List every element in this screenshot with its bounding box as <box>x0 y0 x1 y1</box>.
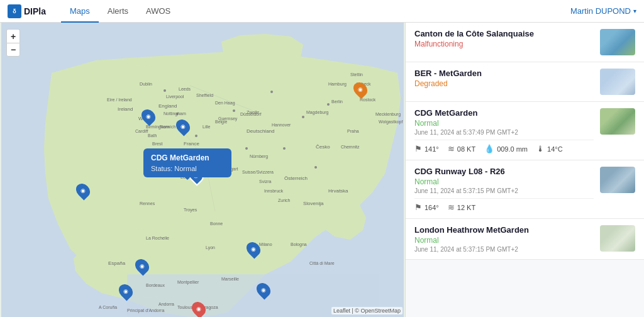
nav-alerts[interactable]: Alerts <box>99 0 137 23</box>
user-name[interactable]: Martin DUPOND <box>570 6 631 16</box>
wind-speed-icon-cdg-runway: ≋ <box>448 203 455 212</box>
metric-temp-cdg: 🌡 14°C <box>536 144 563 153</box>
svg-text:Hrvatska: Hrvatska <box>328 188 348 194</box>
svg-text:Magdeburg: Magdeburg <box>306 110 329 115</box>
svg-text:Berlin: Berlin <box>331 99 343 104</box>
logo-text: DIPla <box>24 6 46 16</box>
main-nav: Maps Alerts AWOS <box>61 0 179 23</box>
wind-flag-icon-cdg: ⚑ <box>414 144 422 153</box>
wind-speed-icon-cdg: ≋ <box>448 144 455 153</box>
svg-text:Wolgastkopf: Wolgastkopf <box>379 120 402 125</box>
svg-text:Guernsey: Guernsey <box>218 116 238 121</box>
station-status-ber: Degraded <box>414 79 594 88</box>
map-pin-france-central[interactable]: ◉ <box>247 242 260 257</box>
station-name-ber: BER - MetGarden <box>414 69 594 78</box>
station-date-heathrow: June 11, 2024 at 5:37:15 PM GMT+2 <box>414 246 594 253</box>
station-name-cdg-runway: CDG Runway L08 - R26 <box>414 167 594 176</box>
map-pin-uk-midlands[interactable]: ◉ <box>142 109 155 124</box>
svg-text:France: France <box>184 141 199 147</box>
station-thumb-cdg-runway <box>600 167 635 193</box>
map-pin-bordeaux[interactable]: ◉ <box>119 284 132 299</box>
metric-direction-cdg-runway: ⚑ 164° <box>414 203 439 212</box>
map-pin-heathrow[interactable]: ◉ <box>177 119 189 134</box>
svg-text:Bath: Bath <box>148 133 157 138</box>
header-right: Martin DUPOND ▾ <box>570 6 636 16</box>
station-card-ber[interactable]: BER - MetGarden Degraded <box>406 62 644 102</box>
station-info-cdg-runway: CDG Runway L08 - R26 Normal June 11, 202… <box>414 167 594 212</box>
map-pin-uk-west[interactable]: ◉ <box>77 183 89 198</box>
map-controls: + − <box>6 29 20 57</box>
svg-text:Bologna: Bologna <box>291 242 307 247</box>
svg-text:Chemnitz: Chemnitz <box>341 145 360 149</box>
station-card-canton[interactable]: Canton de la Côte Salanquaise Malfunctio… <box>406 23 644 62</box>
svg-text:Innsbruck: Innsbruck <box>264 189 284 193</box>
logo-icon: δ <box>8 4 21 18</box>
zoom-in-button[interactable]: + <box>6 29 20 43</box>
svg-text:Deutschland: Deutschland <box>247 128 274 134</box>
map-pin-spain-border[interactable]: ◉ <box>257 282 270 298</box>
station-thumb-canton <box>600 29 635 55</box>
svg-text:Ireland: Ireland <box>118 106 133 112</box>
nav-maps[interactable]: Maps <box>61 0 99 23</box>
svg-text:Bordeaux: Bordeaux <box>146 283 165 287</box>
svg-text:Lyon: Lyon <box>206 245 215 250</box>
station-status-canton: Malfunctioning <box>414 40 594 48</box>
map-pin-france-sw[interactable]: ◉ <box>136 259 148 274</box>
svg-text:Montpellier: Montpellier <box>177 280 199 285</box>
svg-point-7 <box>195 135 197 137</box>
svg-text:Dublin: Dublin <box>140 82 152 86</box>
map-attribution: Leaflet | © OpenStreetMap <box>331 307 402 314</box>
station-info-ber: BER - MetGarden Degraded <box>414 69 594 88</box>
map-pin-ber[interactable]: ◉ <box>354 82 367 97</box>
metric-rain-cdg: 💧 009.0 mm <box>484 144 528 153</box>
nav-awos[interactable]: AWOS <box>137 0 179 23</box>
svg-text:Mecklenburg: Mecklenburg <box>375 112 401 117</box>
svg-text:Stettin: Stettin <box>350 72 363 77</box>
station-name-cdg: CDG MetGarden <box>414 108 594 118</box>
svg-point-6 <box>164 89 166 92</box>
svg-text:England: England <box>158 103 177 109</box>
svg-text:Eire / Ireland: Eire / Ireland <box>107 97 132 102</box>
svg-point-13 <box>214 166 216 169</box>
svg-text:Milano: Milano <box>259 242 272 247</box>
map-area[interactable]: Ireland Wales England Belgie France Deut… <box>0 23 405 317</box>
station-status-cdg: Normal <box>414 119 594 128</box>
svg-text:Suisse/Svizzera: Suisse/Svizzera <box>242 170 274 174</box>
svg-text:Cardiff: Cardiff <box>135 129 148 133</box>
svg-text:Città di Mare: Città di Mare <box>309 261 335 265</box>
rain-icon-cdg: 💧 <box>484 144 494 153</box>
station-date-cdg: June 11, 2024 at 5:37:49 PM GMT+2 <box>414 129 594 136</box>
app-logo: δ DIPla <box>8 4 46 18</box>
svg-point-11 <box>327 103 330 106</box>
station-thumb-heathrow <box>600 225 635 252</box>
svg-text:Lille: Lille <box>203 125 211 129</box>
zoom-out-button[interactable]: − <box>6 43 20 57</box>
svg-text:España: España <box>108 260 126 266</box>
svg-point-14 <box>283 147 286 150</box>
svg-text:Den Haag: Den Haag <box>215 101 235 106</box>
svg-text:Zwolle: Zwolle <box>247 110 259 114</box>
chevron-down-icon: ▾ <box>633 8 636 14</box>
svg-text:Marseille: Marseille <box>221 277 239 281</box>
station-card-heathrow[interactable]: London Heathrow MetGarden Normal June 11… <box>406 219 644 260</box>
station-date-cdg-runway: June 11, 2024 at 5:37:15 PM GMT+2 <box>414 187 594 194</box>
station-info-cdg: CDG MetGarden Normal June 11, 2024 at 5:… <box>414 108 594 153</box>
metric-direction-cdg: ⚑ 141° <box>414 144 439 153</box>
main-content: Ireland Wales England Belgie France Deut… <box>0 23 644 317</box>
svg-text:Principat d'Andorra: Principat d'Andorra <box>127 308 164 313</box>
svg-text:Hamburg: Hamburg <box>328 82 347 87</box>
svg-text:Rennes: Rennes <box>140 201 155 206</box>
map-pin-cdg[interactable]: ◉ <box>189 166 203 184</box>
svg-text:Liverpool: Liverpool <box>166 94 184 99</box>
station-card-cdg-runway[interactable]: CDG Runway L08 - R26 Normal June 11, 202… <box>406 160 644 219</box>
svg-text:La Rochelle: La Rochelle <box>146 236 169 240</box>
app-header: δ DIPla Maps Alerts AWOS Martin DUPOND ▾ <box>0 0 644 23</box>
station-card-cdg[interactable]: CDG MetGarden Normal June 11, 2024 at 5:… <box>406 102 644 160</box>
svg-text:Svizra: Svizra <box>259 179 272 184</box>
svg-text:Bonne: Bonne <box>210 221 223 226</box>
map-pin-toulouse[interactable]: ◉ <box>192 301 205 316</box>
metric-wind-cdg: ≋ 08 KT <box>448 144 475 153</box>
station-thumb-cdg <box>600 108 635 135</box>
station-thumb-ber <box>600 69 635 95</box>
map-svg: Ireland Wales England Belgie France Deut… <box>0 23 405 317</box>
